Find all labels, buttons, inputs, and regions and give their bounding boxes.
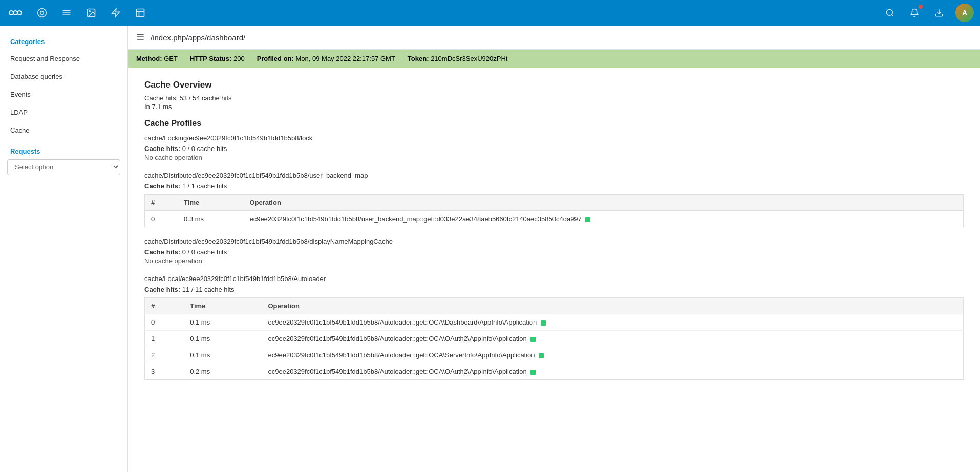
activity-nav-icon[interactable] [104, 2, 127, 24]
path-bar: ☰ /index.php/apps/dashboard/ [128, 26, 980, 50]
row-operation: ec9ee20329fc0f1c1bf549b1fdd1b5b8/Autoloa… [262, 363, 963, 380]
files-nav-icon[interactable] [55, 2, 78, 24]
cache-profile-user-backend: cache/Distributed/ec9ee20329fc0f1c1bf549… [144, 171, 964, 227]
sidebar-item-ldap[interactable]: LDAP [0, 103, 127, 121]
token-value: 210mDcSr3SexU920zPHt [431, 55, 507, 62]
profile-bar: Method: GET HTTP Status: 200 Profiled on… [128, 50, 980, 68]
cache-path-displayname: cache/Distributed/ec9ee20329fc0f1c1bf549… [144, 238, 964, 245]
sidebar-item-database-queries[interactable]: Database queries [0, 68, 127, 85]
nextcloud-logo[interactable] [6, 4, 25, 22]
svg-point-5 [14, 11, 17, 14]
cache-profiles-title: Cache Profiles [144, 119, 964, 128]
cache-noop-displayname: No cache operation [144, 257, 964, 265]
content-area: Cache Overview Cache hits: 53 / 54 cache… [128, 68, 980, 402]
cache-profile-autoloader: cache/Local/ec9ee20329fc0f1c1bf549b1fdd1… [144, 275, 964, 380]
token-info: Token: 210mDcSr3SexU920zPHt [408, 55, 508, 62]
col-num-header: # [145, 195, 178, 211]
token-label: Token: [408, 55, 429, 62]
cache-overview-title: Cache Overview [144, 80, 964, 90]
cache-path-locking: cache/Locking/ec9ee20329fc0f1c1bf549b1fd… [144, 134, 964, 142]
search-nav-icon[interactable] [879, 2, 901, 24]
top-navigation: A [0, 0, 980, 26]
table-row: 0 0.3 ms ec9ee20329fc0f1c1bf549b1fdd1b5b… [145, 211, 964, 227]
cache-hits-user-backend: Cache hits: 1 / 1 cache hits [144, 182, 964, 190]
row-time: 0.1 ms [184, 314, 262, 331]
main-nav-icons [31, 2, 152, 24]
svg-point-10 [89, 11, 91, 12]
hamburger-icon[interactable]: ☰ [136, 32, 144, 43]
col-time-header: Time [178, 195, 243, 211]
path-text: /index.php/apps/dashboard/ [151, 33, 245, 42]
method-label: Method: [136, 55, 162, 62]
row-num: 2 [145, 347, 184, 363]
ops-table-user-backend: # Time Operation 0 0.3 ms ec9ee20329fc0f… [144, 194, 964, 227]
svg-point-8 [40, 11, 44, 15]
right-nav-icons: A [879, 2, 974, 24]
profiled-info: Profiled on: Mon, 09 May 2022 22:17:57 G… [257, 55, 395, 62]
cache-hits-locking: Cache hits: 0 / 0 cache hits [144, 145, 964, 153]
avatar[interactable]: A [955, 4, 974, 22]
main-content: ☰ /index.php/apps/dashboard/ Method: GET… [128, 26, 980, 472]
notifications-nav-icon[interactable] [903, 2, 926, 24]
profiled-value: Mon, 09 May 2022 22:17:57 GMT [295, 55, 395, 62]
method-info: Method: GET [136, 55, 178, 62]
svg-point-6 [18, 11, 21, 14]
svg-point-12 [886, 9, 892, 15]
cache-time: In 7.1 ms [144, 103, 964, 111]
svg-point-4 [10, 11, 13, 14]
row-time: 0.3 ms [178, 211, 243, 227]
ops-table-autoloader: # Time Operation 0 0.1 ms ec9ee20329fc0f… [144, 297, 964, 380]
downloads-nav-icon[interactable] [928, 2, 950, 24]
status-label: HTTP Status: [190, 55, 231, 62]
cache-profile-locking: cache/Locking/ec9ee20329fc0f1c1bf549b1fd… [144, 134, 964, 161]
col-operation-header: Operation [243, 195, 963, 211]
table-row: 3 0.2 ms ec9ee20329fc0f1c1bf549b1fdd1b5b… [145, 363, 964, 380]
cache-path-user-backend: cache/Distributed/ec9ee20329fc0f1c1bf549… [144, 171, 964, 179]
status-info: HTTP Status: 200 [190, 55, 245, 62]
svg-point-7 [38, 9, 47, 17]
table-row: 0 0.1 ms ec9ee20329fc0f1c1bf549b1fdd1b5b… [145, 314, 964, 331]
row-num: 0 [145, 314, 184, 331]
row-num: 0 [145, 211, 178, 227]
row-time: 0.1 ms [184, 331, 262, 347]
sidebar-item-cache[interactable]: Cache [0, 121, 127, 139]
cache-noop-locking: No cache operation [144, 154, 964, 161]
row-operation: ec9ee20329fc0f1c1bf549b1fdd1b5b8/Autoloa… [262, 331, 963, 347]
success-dot [541, 320, 546, 326]
table-row: 1 0.1 ms ec9ee20329fc0f1c1bf549b1fdd1b5b… [145, 331, 964, 347]
row-time: 0.1 ms [184, 347, 262, 363]
status-value: 200 [233, 55, 245, 62]
profiled-label: Profiled on: [257, 55, 294, 62]
cache-hits-summary: Cache hits: 53 / 54 cache hits [144, 94, 964, 102]
col-operation-header-2: Operation [262, 298, 963, 314]
cache-profile-displayname: cache/Distributed/ec9ee20329fc0f1c1bf549… [144, 238, 964, 265]
categories-section-title: Categories [0, 34, 127, 50]
row-time: 0.2 ms [184, 363, 262, 380]
photos-nav-icon[interactable] [80, 2, 102, 24]
method-value: GET [164, 55, 178, 62]
home-nav-icon[interactable] [31, 2, 53, 24]
sidebar: Categories Request and Response Database… [0, 26, 128, 472]
svg-rect-11 [137, 9, 144, 17]
sidebar-item-request-response[interactable]: Request and Response [0, 50, 127, 68]
row-num: 1 [145, 331, 184, 347]
success-dot [530, 337, 536, 342]
col-num-header-2: # [145, 298, 184, 314]
success-dot [539, 353, 544, 358]
row-operation: ec9ee20329fc0f1c1bf549b1fdd1b5b8/Autoloa… [262, 347, 963, 363]
col-time-header-2: Time [184, 298, 262, 314]
success-dot [530, 370, 536, 375]
cache-path-autoloader: cache/Local/ec9ee20329fc0f1c1bf549b1fdd1… [144, 275, 964, 283]
success-dot [585, 217, 590, 222]
requests-section-title: Requests [0, 139, 127, 159]
requests-select[interactable]: Select option [7, 159, 120, 175]
row-operation: ec9ee20329fc0f1c1bf549b1fdd1b5b8/Autoloa… [262, 314, 963, 331]
notes-nav-icon[interactable] [129, 2, 152, 24]
row-operation: ec9ee20329fc0f1c1bf549b1fdd1b5b8/user_ba… [243, 211, 963, 227]
cache-hits-autoloader: Cache hits: 11 / 11 cache hits [144, 286, 964, 293]
table-row: 2 0.1 ms ec9ee20329fc0f1c1bf549b1fdd1b5b… [145, 347, 964, 363]
cache-hits-displayname: Cache hits: 0 / 0 cache hits [144, 248, 964, 256]
sidebar-item-events[interactable]: Events [0, 85, 127, 103]
row-num: 3 [145, 363, 184, 380]
